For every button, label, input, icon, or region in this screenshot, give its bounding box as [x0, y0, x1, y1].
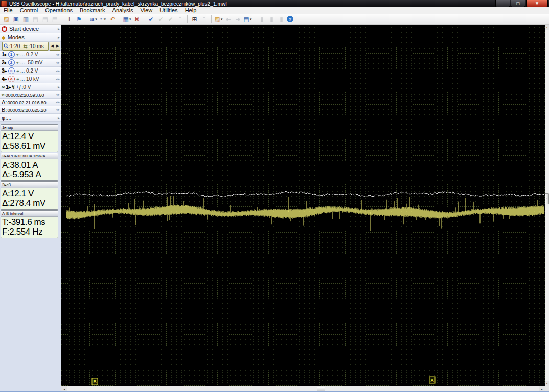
prev-fragment-icon[interactable]: ⇤	[224, 15, 233, 24]
menu-utilities[interactable]: Utilities	[156, 7, 181, 14]
timeline-position-row[interactable]: ≈ 0000:02:20.593.60 ◂▸	[0, 91, 61, 99]
close-button[interactable]: ✖	[526, 0, 548, 7]
load-reference-icon[interactable]: ▨▾	[214, 15, 223, 24]
next-scale-button[interactable]: ▶	[55, 42, 60, 51]
channel-number-icon: 1	[8, 51, 15, 58]
channel-4-row[interactable]: 4▸ ✕ ≁ ... 10 kV ◂▸	[0, 75, 61, 83]
menu-view[interactable]: View	[137, 7, 156, 14]
measurement-panels: 1▸nap A:12.4 V Δ:58.61 mV 2▸APPA32 600A …	[0, 124, 61, 238]
start-device-label: Start device	[9, 26, 39, 32]
erase-icon[interactable]: ✖	[132, 15, 141, 24]
channel-disabled-icon: ✕	[8, 76, 15, 82]
report-icon[interactable]: ▯	[176, 15, 185, 24]
coupling-wave-icon: ≁	[16, 60, 20, 65]
vertical-scale-icon[interactable]: ≋▾	[89, 15, 98, 24]
channel-list: 1▸ 1 ≁ ... 0.2 V ◂▸ 2▸ 2 ≁ ... -50 mV ◂▸…	[0, 51, 61, 83]
title-bar[interactable]: USB Oscilloscope - H:\alternator\rozruch…	[0, 0, 549, 7]
zoom-time-box[interactable]: :1:20 ⇆ :10 ms	[2, 42, 49, 51]
trigger-channel: 1▸	[6, 84, 11, 90]
select-region-icon[interactable]: ⊞	[190, 15, 199, 24]
start-device-button[interactable]: Start device ▸	[0, 25, 61, 33]
accept-icon[interactable]: ✔	[147, 15, 155, 24]
toolbar-separator	[62, 15, 62, 23]
menu-analysis[interactable]: Analysis	[109, 7, 137, 14]
cursor-B[interactable]: B	[92, 25, 98, 386]
channel-2-row[interactable]: 2▸ 2 ≁ ... -50 mV ◂▸	[0, 59, 61, 67]
usb-oscilloscope-window: USB Oscilloscope - H:\alternator\rozruch…	[0, 0, 549, 392]
cursor-b-row[interactable]: B: 0000:02:20.625.20 ◂▸	[0, 106, 61, 114]
timeline-position-value: 0000:02:20.593.60	[6, 92, 44, 98]
scroll-down-icon[interactable]: ▾	[545, 381, 549, 386]
trace-channel-2[interactable]	[66, 196, 544, 231]
range-up-icon[interactable]: ▸	[58, 77, 60, 81]
trigger-row[interactable]: ∞ 1▸ ↯ +ƒ: 0 V ▸	[0, 83, 61, 91]
waveform-plot[interactable]: BA	[61, 25, 545, 386]
expand-arrow-icon[interactable]: ▸	[58, 116, 60, 120]
copy-region-icon[interactable]: ▯	[200, 15, 209, 24]
menu-bar: FileControlOperationsBookmarkAnalysisVie…	[0, 7, 549, 14]
measurement-value-1: T:-391.6 ms	[2, 217, 57, 227]
accept-all-icon[interactable]: ✔	[156, 15, 165, 24]
save-icon[interactable]: ▣	[12, 15, 20, 24]
cursor-b-label: B:	[2, 107, 7, 113]
copy-image-icon[interactable]: ▤	[31, 15, 40, 24]
help-icon[interactable]: ?	[287, 16, 293, 22]
vertical-scrollbar[interactable]: ▴ ≡ ▾	[545, 25, 549, 386]
step-right-icon[interactable]: ▸	[58, 108, 60, 111]
cursor-a-value: 0000:02:21.016.80	[7, 100, 46, 105]
toolbar-separator	[120, 15, 120, 23]
scroll-up-icon[interactable]: ▴	[545, 25, 549, 30]
toolbar: ▨▣▥▤▤▤⊥⚑≋▾≈▾↶▦▾✖✔✔✔▯⊞▯▨▾⇤⇥▤▾▮▮▮?	[0, 14, 549, 25]
step-right-icon[interactable]: ▸	[58, 100, 60, 104]
next-fragment-icon[interactable]: ⇥	[234, 15, 242, 24]
toolbar-separator	[86, 15, 86, 23]
step-right-icon[interactable]: ▸	[58, 93, 60, 96]
measurement-value-2: Δ:58.61 mV	[2, 141, 57, 151]
undo-icon[interactable]: ↶	[108, 15, 117, 24]
expand-arrow-icon[interactable]: ▸	[58, 85, 60, 89]
minimize-button[interactable]: –	[495, 0, 510, 7]
measurement-panel-2: 2▸APPA32 600A 1mV/A A:38.01 A Δ:-5.953 A	[1, 153, 58, 181]
open-file-icon[interactable]: ▨	[2, 15, 11, 24]
display-mode-icon[interactable]: ▦▾	[123, 15, 131, 24]
horizontal-scale-icon[interactable]: ≈▾	[99, 15, 107, 24]
measurement-panel-4: A-B interval T:-391.6 ms F:2.554 Hz	[1, 210, 58, 238]
channel-number-icon: 3	[8, 67, 15, 74]
measurement-panel-header: 2▸APPA32 600A 1mV/A	[1, 153, 58, 159]
channel-1-row[interactable]: 1▸ 1 ≁ ... 0.2 V ◂▸	[0, 51, 61, 59]
modes-button[interactable]: ◆ Modes ▸	[0, 33, 61, 42]
calibrate-icon[interactable]: ⊥	[65, 15, 74, 24]
measurements-panel-icon[interactable]: ▤▾	[243, 15, 252, 24]
menu-operations[interactable]: Operations	[41, 7, 76, 14]
reject-icon[interactable]: ✔	[166, 15, 175, 24]
menu-control[interactable]: Control	[16, 7, 41, 14]
phase-row[interactable]: φ:... ▸	[0, 114, 61, 122]
tool-3-icon[interactable]: ▮	[277, 15, 286, 24]
modes-icon: ◆	[2, 35, 6, 40]
cursor-a-row[interactable]: A: 0000:02:21.016.80 ◂▸	[0, 99, 61, 106]
menu-file[interactable]: File	[0, 7, 16, 14]
range-up-icon[interactable]: ▸	[58, 69, 60, 73]
vertical-scrollbar-thumb[interactable]: ≡	[545, 193, 549, 204]
channel-3-row[interactable]: 3▸ 3 ≁ ... 0.2 V ◂▸	[0, 67, 61, 75]
export-icon[interactable]: ▤	[51, 15, 59, 24]
range-up-icon[interactable]: ▸	[58, 61, 60, 64]
measurement-value-1: A:12.1 V	[2, 189, 57, 198]
expand-arrow-icon[interactable]: ▸	[58, 35, 60, 40]
menu-bookmark[interactable]: Bookmark	[76, 7, 109, 14]
coupling-wave-icon: ≁	[16, 52, 20, 57]
range-up-icon[interactable]: ▸	[58, 53, 60, 56]
expand-arrow-icon[interactable]: ▸	[58, 27, 60, 31]
print-icon[interactable]: ▥	[21, 15, 30, 24]
copy-data-icon[interactable]: ▤	[41, 15, 50, 24]
menu-help[interactable]: Help	[181, 7, 200, 14]
maximize-button[interactable]: ▢	[511, 0, 525, 7]
cursor-A[interactable]: A	[429, 25, 435, 386]
measurement-value-2: Δ:-5.953 A	[2, 170, 57, 179]
measurement-value-1: A:38.01 A	[2, 160, 57, 170]
tool-1-icon[interactable]: ▮	[258, 15, 266, 24]
bookmark-flag-icon[interactable]: ⚑	[75, 15, 83, 24]
control-sidebar: Start device ▸ ◆ Modes ▸ :1:20 ⇆ :10 ms …	[0, 25, 61, 386]
trace-channel-1[interactable]	[66, 191, 544, 197]
tool-2-icon[interactable]: ▮	[267, 15, 276, 24]
